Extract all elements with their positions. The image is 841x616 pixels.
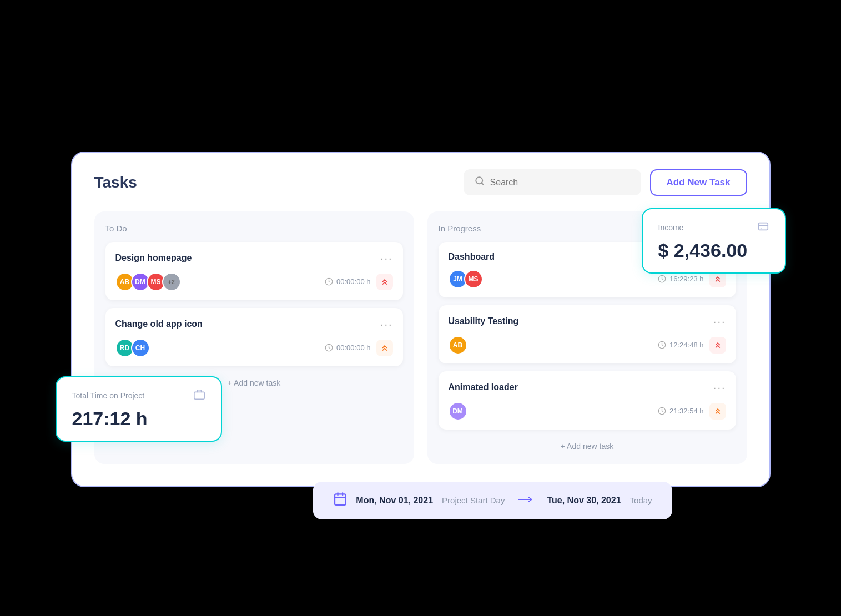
- task-card: Usability Testing ··· AB 12:24:48 h: [439, 305, 736, 363]
- task-name: Animated loader: [449, 382, 518, 392]
- search-input[interactable]: [490, 178, 630, 188]
- avatar: DM: [449, 402, 467, 421]
- income-value: $ 2,436.00: [658, 240, 769, 261]
- start-date: Mon, Nov 01, 2021: [356, 496, 433, 506]
- svg-rect-9: [194, 392, 204, 399]
- task-card-header: Usability Testing ···: [449, 315, 726, 328]
- task-meta: 00:00:00 h: [325, 340, 392, 356]
- time-info: 00:00:00 h: [325, 344, 370, 352]
- task-card-header: Animated loader ···: [449, 381, 726, 394]
- outer-wrapper: Tasks Add New Task To Do: [11, 11, 830, 616]
- more-options-button[interactable]: ···: [713, 315, 726, 328]
- avatars: JM MS: [449, 270, 480, 289]
- task-meta: 00:00:00 h: [325, 274, 392, 290]
- task-footer: AB 12:24:48 h: [449, 336, 726, 355]
- time-value: 217:12 h: [72, 408, 205, 430]
- task-footer: AB DM MS +2 00:00:00 h: [115, 272, 393, 291]
- floating-income-card: Income $ 2,436.00: [642, 208, 786, 274]
- task-time: 00:00:00 h: [336, 344, 370, 352]
- avatars: AB DM MS +2: [115, 272, 178, 291]
- task-card: Animated loader ··· DM 21:32:54 h: [439, 371, 736, 430]
- add-task-button[interactable]: Add New Task: [650, 169, 747, 196]
- task-name: Dashboard: [449, 252, 495, 262]
- time-info: 16:29:23 h: [658, 275, 703, 283]
- start-label: Project Start Day: [442, 496, 505, 505]
- header: Tasks Add New Task: [94, 169, 747, 196]
- task-card: Change old app icon ··· RD CH 00:00:00 h: [105, 308, 403, 366]
- task-card-header: Design homepage ···: [115, 252, 393, 265]
- avatars: DM: [449, 402, 464, 421]
- task-meta: 12:24:48 h: [658, 337, 726, 354]
- avatars: AB: [449, 336, 464, 355]
- svg-rect-7: [758, 223, 768, 230]
- end-date: Tue, Nov 30, 2021: [547, 496, 621, 506]
- priority-icon-high: [376, 274, 393, 290]
- task-card-header: Change old app icon ···: [115, 318, 393, 331]
- priority-icon-medium: [376, 340, 393, 356]
- time-info: 00:00:00 h: [325, 277, 370, 286]
- svg-rect-10: [335, 494, 346, 505]
- avatar-more: +2: [162, 272, 181, 291]
- more-options-button[interactable]: ···: [380, 252, 393, 265]
- income-label: Income: [658, 220, 769, 235]
- arrow-icon: [518, 494, 533, 507]
- priority-icon-medium: [709, 403, 726, 420]
- briefcase-icon: [193, 388, 205, 403]
- search-icon: [475, 176, 485, 189]
- time-label: Total Time on Project: [72, 388, 205, 403]
- avatar: AB: [449, 336, 467, 355]
- add-task-link-inprogress[interactable]: + Add new task: [439, 437, 736, 455]
- avatar: CH: [131, 339, 150, 357]
- page-title: Tasks: [94, 174, 137, 191]
- floating-time-card: Total Time on Project 217:12 h: [56, 376, 222, 442]
- task-name: Design homepage: [115, 253, 192, 263]
- task-meta: 21:32:54 h: [658, 403, 726, 420]
- header-right: Add New Task: [464, 169, 747, 196]
- task-time: 00:00:00 h: [336, 277, 370, 286]
- task-name: Usability Testing: [449, 316, 519, 326]
- task-footer: RD CH 00:00:00 h: [115, 339, 393, 357]
- task-time: 21:32:54 h: [669, 407, 703, 415]
- avatar: MS: [464, 270, 483, 289]
- task-footer: DM 21:32:54 h: [449, 402, 726, 421]
- income-icon: [757, 220, 769, 235]
- task-time: 16:29:23 h: [669, 275, 703, 283]
- priority-icon-high: [709, 337, 726, 354]
- task-card: Design homepage ··· AB DM MS +2: [105, 242, 403, 300]
- today-label: Today: [630, 496, 652, 505]
- more-options-button[interactable]: ···: [380, 318, 393, 331]
- time-info: 21:32:54 h: [658, 407, 703, 415]
- date-bar: Mon, Nov 01, 2021 Project Start Day Tue,…: [313, 482, 672, 519]
- calendar-icon: [333, 492, 347, 509]
- main-card: Tasks Add New Task To Do: [71, 152, 771, 487]
- task-time: 12:24:48 h: [669, 341, 703, 349]
- avatars: RD CH: [115, 339, 147, 357]
- more-options-button[interactable]: ···: [713, 381, 726, 394]
- svg-line-1: [481, 183, 483, 184]
- search-box[interactable]: [464, 169, 641, 195]
- time-info: 12:24:48 h: [658, 341, 703, 349]
- task-name: Change old app icon: [115, 319, 203, 329]
- column-title-todo: To Do: [105, 224, 403, 233]
